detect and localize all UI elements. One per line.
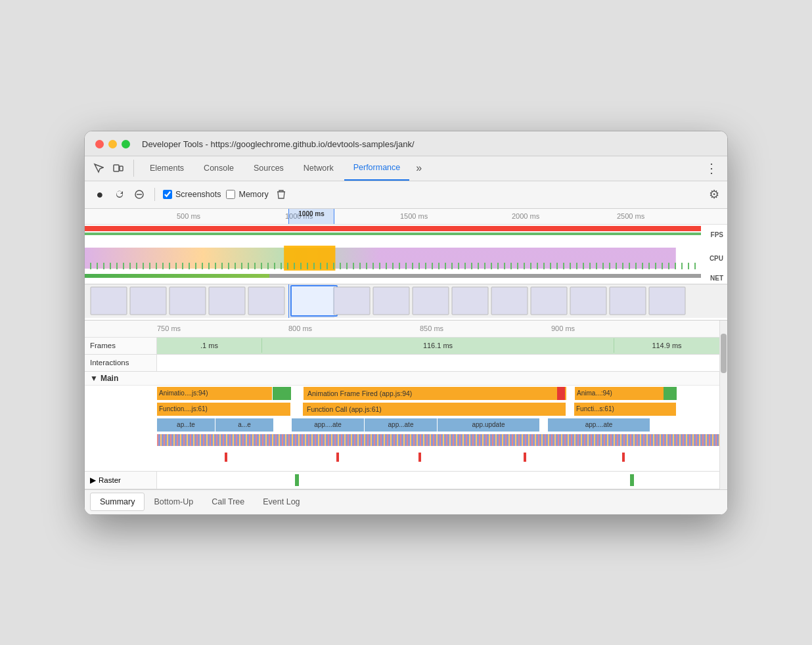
main-toggle[interactable]: ▼ — [90, 374, 98, 383]
net-label: NET — [710, 274, 723, 281]
screenshots-checkbox[interactable]: Screenshots — [163, 190, 221, 199]
screenshot-selection — [288, 284, 334, 318]
titlebar: Developer Tools - https://googlechrome.g… — [85, 131, 727, 156]
raster-toggle[interactable]: ▶ — [90, 476, 96, 485]
indicator-4 — [524, 453, 526, 462]
flame-anim-right[interactable]: Anima...:94) — [575, 387, 664, 400]
fps-label: FPS — [711, 231, 723, 238]
delete-recording-button[interactable] — [274, 187, 288, 202]
indicator-3 — [418, 453, 421, 462]
memory-input[interactable] — [226, 190, 235, 199]
time-selection[interactable]: 1000 ms — [288, 209, 334, 224]
flame-row-2: Function....js:61) Function Call (app.js… — [85, 403, 719, 417]
scrollbar-thumb[interactable] — [721, 334, 727, 373]
svg-rect-19 — [610, 287, 646, 315]
clear-button[interactable] — [132, 187, 147, 202]
raster-label: ▶ Raster — [85, 472, 157, 489]
net-overview-row: NET — [85, 272, 727, 284]
bottom-tab-bar: Summary Bottom-Up Call Tree Event Log — [85, 489, 727, 514]
memory-checkbox[interactable]: Memory — [226, 190, 268, 199]
svg-rect-20 — [649, 287, 685, 315]
flame-app-4[interactable]: app...ate — [365, 418, 437, 432]
flame-func-1[interactable]: Function....js:61) — [157, 403, 290, 416]
indicator-2 — [336, 453, 339, 462]
devtools-menu-button[interactable]: ⋮ — [701, 160, 722, 176]
tab-sources[interactable]: Sources — [244, 156, 293, 181]
svg-rect-6 — [91, 287, 127, 315]
flame-app-1[interactable]: ap...te — [157, 418, 215, 432]
svg-rect-7 — [130, 287, 166, 315]
traffic-lights — [95, 140, 130, 148]
overview-time-ruler: 500 ms 1000 ms 1500 ms 2000 ms 2500 ms 1… — [85, 209, 727, 225]
ruler-800: 800 ms — [288, 324, 312, 332]
flame-green-right — [664, 387, 677, 400]
maximize-button[interactable] — [122, 140, 130, 148]
tab-bottom-up[interactable]: Bottom-Up — [145, 493, 202, 510]
flame-app-3[interactable]: app....ate — [292, 418, 364, 432]
flame-app-6[interactable]: app....ate — [548, 418, 650, 432]
svg-rect-15 — [452, 287, 488, 315]
flame-anim-1[interactable]: Animatio....js:94) — [157, 387, 272, 400]
svg-rect-17 — [531, 287, 567, 315]
screenshots-input[interactable] — [163, 190, 172, 199]
tab-elements[interactable]: Elements — [141, 156, 193, 181]
fps-red-bar — [85, 226, 701, 231]
window-title: Developer Tools - https://googlechrome.g… — [142, 139, 415, 149]
cpu-label: CPU — [710, 254, 723, 261]
tab-call-tree[interactable]: Call Tree — [202, 493, 254, 510]
flame-app-5[interactable]: app.update — [438, 418, 539, 432]
devtools-icons — [90, 160, 134, 177]
inspect-icon[interactable] — [90, 160, 107, 177]
raster-content — [157, 472, 719, 489]
close-button[interactable] — [95, 140, 104, 148]
performance-panel: 500 ms 1000 ms 1500 ms 2000 ms 2500 ms 1… — [85, 209, 727, 514]
svg-rect-0 — [114, 165, 119, 171]
time-label-1500: 1500 ms — [400, 212, 428, 220]
svg-rect-1 — [120, 166, 123, 171]
tab-console[interactable]: Console — [194, 156, 243, 181]
svg-rect-18 — [570, 287, 606, 315]
ruler-850: 850 ms — [420, 324, 443, 332]
flame-func-center[interactable]: Function Call (app.js:61) — [303, 403, 566, 416]
interactions-label: Interactions — [85, 355, 157, 371]
flame-app-2[interactable]: a...e — [215, 418, 273, 432]
reload-record-button[interactable] — [112, 187, 127, 202]
raster-marker-2 — [630, 474, 634, 486]
flame-row-1: Animatio....js:94) Animation Frame Fired… — [85, 387, 719, 401]
svg-rect-16 — [491, 287, 528, 315]
svg-rect-12 — [334, 287, 370, 315]
frames-content: .1 ms 116.1 ms 114.9 ms — [157, 338, 719, 354]
record-button[interactable]: ● — [93, 187, 107, 202]
time-label-2500: 2500 ms — [617, 212, 644, 220]
flame-row-5 — [85, 453, 719, 462]
tab-event-log[interactable]: Event Log — [254, 493, 309, 510]
scrollbar[interactable] — [719, 321, 727, 489]
raster-marker-1 — [295, 474, 299, 486]
tab-summary[interactable]: Summary — [90, 493, 145, 511]
time-label-500: 500 ms — [177, 212, 200, 220]
devtools-window: Developer Tools - https://googlechrome.g… — [84, 131, 728, 515]
indicator-5 — [622, 453, 625, 462]
flame-row-3: ap...te a...e app....ate app...ate app.u… — [85, 418, 719, 433]
more-tabs-button[interactable]: » — [411, 162, 427, 174]
fps-green-bar — [85, 233, 701, 235]
flame-anim-center[interactable]: Animation Frame Fired (app.js:94) — [304, 387, 566, 400]
settings-button[interactable]: ⚙ — [709, 187, 719, 202]
svg-rect-13 — [373, 287, 409, 315]
tab-network[interactable]: Network — [294, 156, 343, 181]
minimize-button[interactable] — [108, 140, 117, 148]
svg-rect-8 — [169, 287, 206, 315]
tab-performance[interactable]: Performance — [344, 156, 410, 181]
frame-block-1: .1 ms — [157, 338, 262, 353]
svg-rect-14 — [413, 287, 449, 315]
timeline-content-area: 750 ms 800 ms 850 ms 900 ms Frames .1 ms… — [85, 321, 727, 489]
flame-activity-bar — [157, 434, 719, 446]
svg-rect-9 — [209, 287, 245, 315]
ruler-750: 750 ms — [157, 324, 181, 332]
flame-func-right[interactable]: Functi...s:61) — [574, 403, 676, 416]
svg-rect-10 — [248, 287, 284, 315]
frame-block-2: 116.1 ms — [262, 338, 614, 353]
frame-block-3: 114.9 ms — [614, 338, 719, 353]
device-toolbar-icon[interactable] — [110, 160, 127, 177]
screenshots-row — [85, 284, 727, 318]
